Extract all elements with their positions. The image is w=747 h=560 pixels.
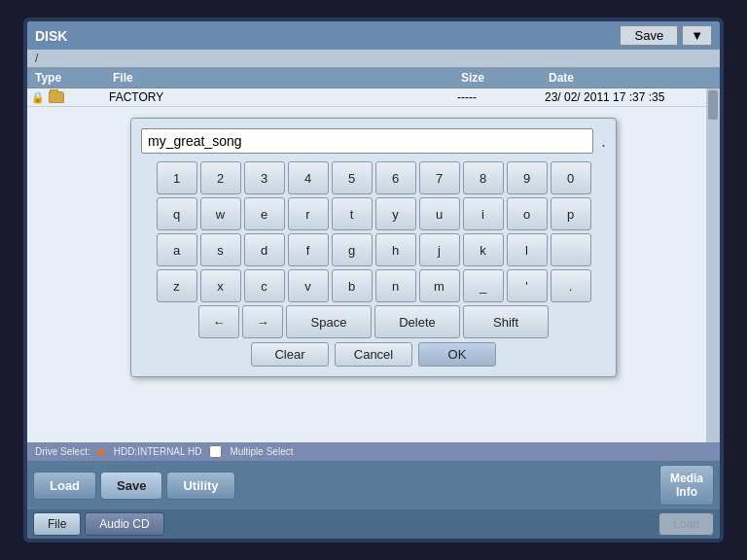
folder-icon	[49, 91, 64, 103]
col-size: Size	[457, 70, 545, 86]
key-n[interactable]: n	[375, 269, 416, 302]
lock-icon: 🔒	[31, 91, 45, 104]
drive-select-label: Drive Select:	[35, 446, 90, 457]
main-nav: Load Save Utility MediaInfo	[27, 461, 720, 509]
key-5[interactable]: 5	[332, 161, 373, 194]
media-info-button[interactable]: MediaInfo	[659, 465, 714, 506]
save-nav-button[interactable]: Save	[100, 472, 162, 500]
table-row[interactable]: 🔒 FACTORY ----- 23/ 02/ 2011 17 :37 :35	[27, 88, 720, 107]
filename-input[interactable]	[141, 128, 593, 154]
left-arrow-button[interactable]: ←	[198, 305, 239, 338]
kb-action-row: Clear Cancel OK	[141, 342, 606, 367]
type-cell: 🔒	[31, 91, 109, 104]
kb-row-zxcv: z x c v b n m _ ' .	[141, 269, 606, 302]
right-arrow-button[interactable]: →	[242, 305, 283, 338]
key-y[interactable]: y	[375, 197, 416, 230]
ok-button[interactable]: OK	[418, 342, 496, 367]
file-sub-button[interactable]: File	[33, 512, 81, 536]
key-1[interactable]: 1	[157, 161, 197, 194]
key-period[interactable]: .	[551, 269, 591, 302]
col-scroll	[700, 70, 716, 86]
screen: DISK Save ▼ / Type File Size Date 🔒	[27, 21, 720, 539]
key-underscore[interactable]: _	[463, 269, 504, 302]
kb-row-numbers: 1 2 3 4 5 6 7 8 9 0	[141, 161, 606, 194]
key-x[interactable]: x	[200, 269, 241, 302]
drive-name: HDD:INTERNAL HD	[114, 446, 202, 457]
kb-row-asdf: a s d f g h j k l	[141, 233, 606, 266]
key-u[interactable]: u	[419, 197, 460, 230]
status-bar: Drive Select: ▶ HDD:INTERNAL HD Multiple…	[27, 442, 720, 461]
clear-button[interactable]: Clear	[251, 342, 329, 367]
breadcrumb-path: /	[35, 52, 38, 65]
key-f[interactable]: f	[288, 233, 329, 266]
load-nav-button[interactable]: Load	[33, 472, 96, 500]
key-e[interactable]: e	[244, 197, 285, 230]
scrollbar[interactable]	[706, 88, 720, 442]
kb-row-qwerty: q w e r t y u i o p	[141, 197, 606, 230]
shift-button[interactable]: Shift	[463, 305, 549, 338]
save-button[interactable]: Save	[620, 25, 678, 46]
key-9[interactable]: 9	[507, 161, 548, 194]
header-right: Save ▼	[620, 25, 712, 46]
file-size: -----	[457, 90, 545, 104]
delete-button[interactable]: Delete	[374, 305, 460, 338]
space-button[interactable]: Space	[286, 305, 372, 338]
header-bar: DISK Save ▼	[27, 21, 720, 50]
file-date: 23/ 02/ 2011 17 :37 :35	[545, 90, 700, 104]
key-i[interactable]: i	[463, 197, 504, 230]
key-7[interactable]: 7	[419, 161, 460, 194]
col-file: File	[109, 70, 457, 86]
key-p[interactable]: p	[551, 197, 591, 230]
file-area: 🔒 FACTORY ----- 23/ 02/ 2011 17 :37 :35 …	[27, 88, 720, 442]
kb-row-controls: ← → Space Delete Shift	[141, 305, 606, 338]
input-dot: .	[601, 131, 606, 152]
drive-icon: ▶	[98, 446, 106, 457]
scrollbar-thumb[interactable]	[708, 90, 718, 120]
key-h[interactable]: h	[375, 233, 416, 266]
key-w[interactable]: w	[200, 197, 241, 230]
multiple-select-label: Multiple Select	[230, 446, 293, 457]
key-g[interactable]: g	[332, 233, 373, 266]
key-q[interactable]: q	[157, 197, 197, 230]
monitor: DISK Save ▼ / Type File Size Date 🔒	[23, 18, 724, 542]
key-t[interactable]: t	[332, 197, 373, 230]
sub-nav: File Audio CD Load	[27, 509, 720, 539]
key-c[interactable]: c	[244, 269, 285, 302]
audio-cd-sub-button[interactable]: Audio CD	[85, 512, 163, 536]
key-s[interactable]: s	[200, 233, 241, 266]
key-j[interactable]: j	[419, 233, 460, 266]
load-disabled-button: Load	[658, 512, 714, 536]
col-date: Date	[545, 70, 700, 86]
utility-nav-button[interactable]: Utility	[166, 472, 234, 500]
keyboard-overlay: . 1 2 3 4 5 6 7 8 9 0 q	[130, 118, 617, 377]
key-d[interactable]: d	[244, 233, 285, 266]
key-2[interactable]: 2	[200, 161, 241, 194]
key-o[interactable]: o	[507, 197, 548, 230]
key-v[interactable]: v	[288, 269, 329, 302]
key-apostrophe[interactable]: '	[507, 269, 548, 302]
key-l[interactable]: l	[507, 233, 548, 266]
key-z[interactable]: z	[157, 269, 197, 302]
key-m[interactable]: m	[419, 269, 460, 302]
dropdown-button[interactable]: ▼	[682, 25, 712, 46]
header-title: DISK	[35, 28, 67, 44]
table-header: Type File Size Date	[27, 68, 720, 88]
col-type: Type	[31, 70, 109, 86]
key-6[interactable]: 6	[375, 161, 416, 194]
input-row: .	[141, 128, 606, 154]
key-0[interactable]: 0	[551, 161, 591, 194]
key-a[interactable]: a	[157, 233, 197, 266]
cancel-button[interactable]: Cancel	[335, 342, 412, 367]
key-r[interactable]: r	[288, 197, 329, 230]
key-4[interactable]: 4	[288, 161, 329, 194]
file-name: FACTORY	[109, 90, 457, 104]
key-k[interactable]: k	[463, 233, 504, 266]
key-b[interactable]: b	[332, 269, 373, 302]
key-empty	[551, 233, 591, 266]
key-8[interactable]: 8	[463, 161, 504, 194]
key-3[interactable]: 3	[244, 161, 285, 194]
breadcrumb: /	[27, 50, 720, 68]
multiple-select-checkbox[interactable]	[209, 445, 222, 458]
